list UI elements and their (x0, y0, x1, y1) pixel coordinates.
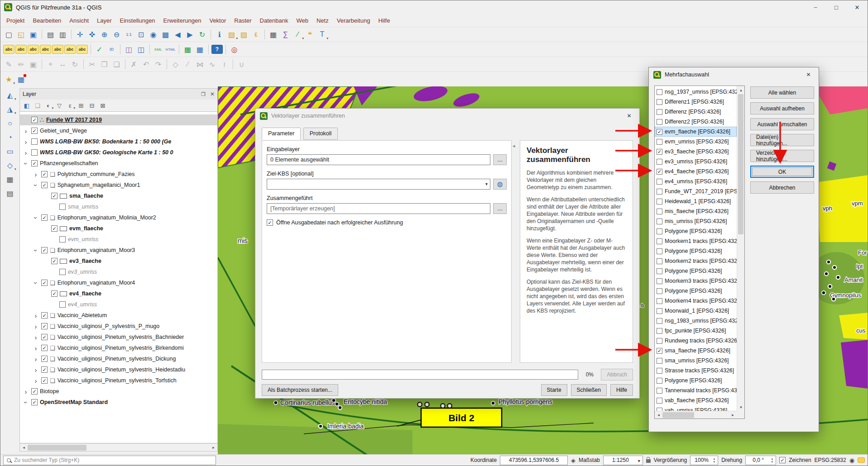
expander-icon[interactable] (33, 344, 39, 352)
item-checkbox[interactable] (657, 388, 662, 394)
item-checkbox[interactable] (657, 368, 662, 374)
item-checkbox[interactable] (657, 358, 662, 364)
menu-ansicht[interactable]: Ansicht (65, 15, 93, 26)
multi-select-item[interactable]: ev3_umriss [EPSG:4326] (655, 157, 737, 166)
item-checkbox[interactable] (657, 89, 662, 95)
cancel-button[interactable]: Abbrechen (750, 181, 814, 194)
select-crs-button[interactable] (493, 179, 507, 190)
coordinate-input[interactable]: 473596.1,5397606.5 (500, 456, 568, 465)
layer-visibility-checkbox[interactable] (41, 247, 48, 253)
multi-select-item[interactable]: ev4_flaeche [EPSG:4326] (655, 166, 737, 176)
close-dialog-button[interactable]: Schließen (571, 384, 607, 396)
select-all-button[interactable]: Alle wählen (750, 86, 814, 99)
multi-select-item[interactable]: mis_umriss [EPSG:4326] (655, 216, 737, 226)
vertex-edit-icon[interactable]: ◇ (4, 159, 16, 171)
item-checkbox[interactable] (657, 268, 662, 274)
db-manager-icon[interactable]: ◫ (123, 43, 135, 56)
new-project-icon[interactable]: ▢ (3, 29, 15, 41)
layer-visibility-checkbox[interactable] (41, 312, 48, 319)
menu-layer[interactable]: Layer (93, 15, 116, 26)
layer-visibility-checkbox[interactable] (41, 171, 48, 177)
multi-select-item[interactable]: Moorkern4 tracks [EPSG:4326] (655, 296, 737, 306)
zoom-last-icon[interactable]: ◀ (172, 29, 184, 41)
expander-icon[interactable] (33, 333, 39, 341)
layer-visibility-checkbox[interactable] (59, 301, 66, 308)
list-hscrollbar[interactable] (655, 411, 737, 418)
expander-icon[interactable] (33, 323, 39, 330)
minimize-button[interactable] (805, 0, 826, 14)
label-rotate-icon[interactable]: abc (64, 45, 76, 54)
layer-item[interactable]: ev3_umriss (20, 266, 217, 277)
help-button[interactable]: Hilfe (610, 384, 633, 396)
item-checkbox[interactable] (657, 109, 662, 115)
maximize-button[interactable] (826, 0, 847, 14)
scale-combo[interactable]: 1:1250 (603, 456, 643, 465)
layer-item[interactable]: Biotope (20, 386, 217, 397)
expander-icon[interactable] (32, 182, 40, 188)
layer-item[interactable]: sma_umriss (20, 201, 217, 212)
coordinate-tracking-icon[interactable]: ◈ (571, 457, 575, 464)
layer-item[interactable]: Vaccinio_uliginosi_Pinetum_sylvestris_To… (20, 375, 217, 386)
zoom-out-icon[interactable]: ⊖ (110, 29, 123, 41)
expander-icon[interactable] (23, 149, 29, 157)
layer-item[interactable]: Gebiet_und_Wege (20, 125, 217, 136)
float-panel-icon[interactable] (201, 91, 206, 97)
collapse-help-icon[interactable] (513, 143, 515, 149)
item-checkbox[interactable] (657, 238, 662, 244)
table-view-icon[interactable]: ▤ (4, 187, 16, 200)
layer-visibility-checkbox[interactable] (41, 182, 48, 188)
layer-visibility-checkbox[interactable] (59, 204, 66, 210)
layer-item[interactable]: sma_flaeche (20, 190, 217, 201)
expander-icon[interactable] (22, 160, 30, 166)
item-checkbox[interactable] (657, 378, 662, 384)
layer-item[interactable]: Vaccinio_uliginosi_P_sylvestris_P_mugo (20, 321, 217, 332)
multi-select-item[interactable]: Tannenwald tracks [EPSG:4326] (655, 385, 737, 395)
item-checkbox[interactable] (657, 139, 662, 145)
multi-select-item[interactable]: fpc_punkte [EPSG:4326] (655, 326, 737, 336)
layer-visibility-checkbox[interactable] (41, 345, 48, 351)
layer-visibility-checkbox[interactable] (51, 225, 58, 232)
open-output-checkbox[interactable] (267, 219, 273, 226)
layer-item[interactable]: Vaccinio_uliginosi_Pinetum_sylvestris_He… (20, 364, 217, 375)
remove-layer-icon[interactable]: ⊠ (98, 100, 108, 110)
render-checkbox[interactable] (779, 457, 786, 463)
deselect-features-icon[interactable]: ▨ (238, 29, 250, 41)
menu-vektor[interactable]: Vektor (205, 15, 230, 26)
expand-all-icon[interactable]: ⊞ (76, 100, 86, 110)
crs-status[interactable]: EPSG:25832 (815, 457, 846, 463)
grid-tool-icon[interactable]: ▦ (182, 43, 194, 56)
item-checkbox[interactable] (657, 308, 662, 314)
check-geometries-icon[interactable]: ✓ (93, 43, 106, 56)
crosshair-icon[interactable]: ◎ (228, 43, 240, 56)
tab-parameter[interactable]: Parameter (262, 128, 301, 140)
layer-item[interactable]: ev4_flaeche (20, 288, 217, 299)
expander-icon[interactable] (23, 388, 29, 395)
multi-select-item[interactable]: Polygone [EPSG:4326] (655, 246, 737, 256)
multi-select-item[interactable]: sma_flaeche [EPSG:4326] (655, 346, 737, 356)
merged-browse-button[interactable]: … (493, 203, 507, 214)
log-messages-icon[interactable] (858, 457, 865, 463)
rotation-spinbox[interactable]: 0,0 ° (745, 456, 776, 465)
layer-visibility-checkbox[interactable] (31, 388, 38, 395)
select-features-icon[interactable]: ▧ (225, 29, 238, 41)
layer-item[interactable]: Eriophorum_vaginatum_Moor4 (20, 277, 217, 288)
multi-select-item[interactable]: vab_flaeche [EPSG:4326] (655, 395, 737, 405)
multi-select-item[interactable]: nsg_1937_umriss [EPSG:4326] (655, 87, 737, 97)
expander-icon[interactable] (23, 138, 29, 146)
merge-dialog-close-icon[interactable] (619, 109, 639, 123)
layer-styling-icon[interactable]: ◧ (22, 100, 32, 110)
item-checkbox[interactable] (657, 228, 662, 234)
multi-select-item[interactable]: Differenz [EPSG:4326] (655, 107, 737, 117)
digitize-shape-icon[interactable]: ◮ (4, 103, 16, 115)
clear-selection-button[interactable]: Auswahl aufheben (750, 102, 814, 114)
layer-item[interactable]: WMS LGRB-BW GK50: Geologische Karte 1 : … (20, 147, 217, 158)
item-checkbox[interactable] (657, 248, 662, 254)
merge-dialog-titlebar[interactable]: Vektorlayer zusammenführen (255, 109, 639, 123)
scroll-up-icon[interactable] (737, 86, 745, 94)
label-star-icon[interactable]: ★ (3, 73, 15, 86)
expander-icon[interactable] (32, 214, 40, 221)
scroll-right-icon[interactable] (729, 411, 737, 419)
multi-select-item[interactable]: mis_flaeche [EPSG:4326] (655, 206, 737, 216)
open-project-icon[interactable]: ◱ (15, 29, 27, 41)
statistics-icon[interactable]: ∑ (279, 29, 292, 41)
